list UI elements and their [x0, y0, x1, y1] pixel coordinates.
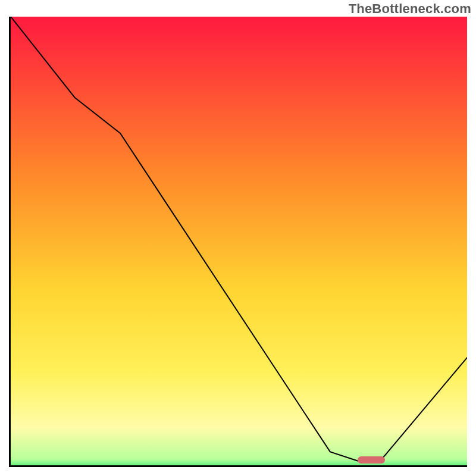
chart-plot-area	[9, 17, 467, 467]
watermark-text: TheBottleneck.com	[349, 1, 471, 17]
bottleneck-curve	[11, 17, 467, 465]
optimal-range-marker	[358, 456, 385, 464]
